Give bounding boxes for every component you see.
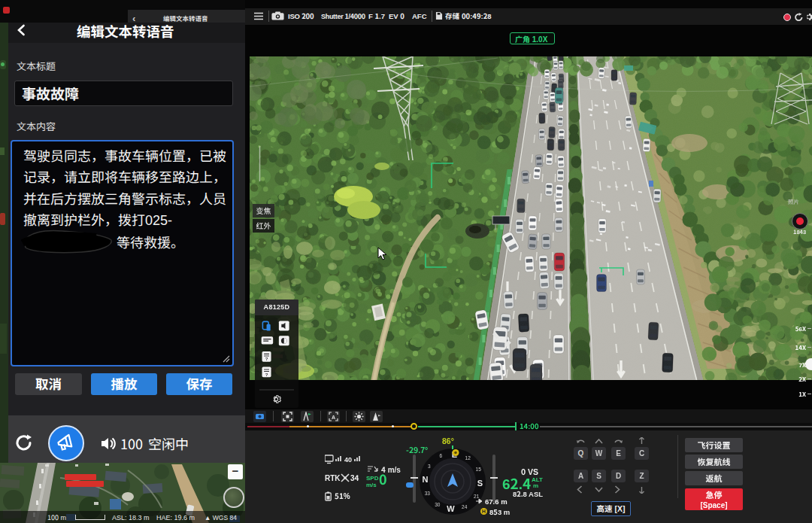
- svg-text:3: 3: [428, 464, 431, 469]
- svg-text:6: 6: [439, 453, 442, 458]
- svg-text:?: ?: [265, 372, 268, 377]
- svg-text:30: 30: [435, 502, 441, 507]
- svg-text:12: 12: [465, 455, 471, 461]
- svg-text:15: 15: [476, 467, 482, 472]
- svg-text:S: S: [477, 479, 483, 488]
- svg-text:24: 24: [462, 504, 468, 509]
- svg-text:A: A: [332, 415, 335, 420]
- svg-text:W: W: [447, 504, 455, 513]
- svg-text:N: N: [423, 475, 429, 484]
- svg-text:40: 40: [344, 456, 352, 464]
- svg-text:33: 33: [425, 491, 431, 496]
- svg-text:?: ?: [265, 357, 268, 361]
